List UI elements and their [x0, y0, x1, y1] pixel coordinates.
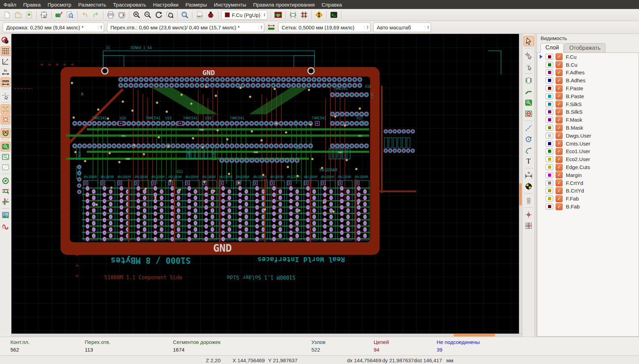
layer-visibility-checkbox[interactable]: ✓ — [556, 69, 563, 76]
via-size-select[interactable]: Перех.отв.: 0,60 мм (23,6 милс)/ 0,40 мм… — [107, 22, 264, 32]
tool-target-button[interactable] — [523, 181, 534, 192]
pcb-canvas[interactable]: J1DIN64_1_64GNDGNDAVCCGNDVCCVCCGNDGNDGND… — [11, 34, 522, 337]
menu-item-7[interactable]: Инструменты — [210, 1, 250, 9]
layer-visibility-checkbox[interactable]: ✓ — [556, 53, 563, 60]
layer-visibility-checkbox[interactable]: ✓ — [556, 132, 563, 139]
layer-color-button[interactable] — [546, 117, 553, 123]
high-contrast-button[interactable] — [1, 176, 10, 186]
tool-arc-button[interactable] — [523, 145, 534, 155]
python-console-button[interactable] — [329, 10, 339, 20]
menu-item-4[interactable]: Трассировать — [110, 1, 150, 9]
menu-item-1[interactable]: Правка — [20, 1, 44, 9]
sketch-tracks-button[interactable] — [1, 186, 10, 196]
layer-row-F.Paste[interactable]: ✓F.Paste — [537, 84, 639, 92]
sketch-pads-button[interactable] — [1, 197, 10, 206]
auto-track-del-button[interactable] — [1, 128, 10, 138]
grid-visible-button[interactable] — [1, 46, 10, 56]
save-board-button[interactable] — [24, 10, 34, 20]
undo-button[interactable] — [80, 10, 90, 20]
layer-visibility-checkbox[interactable]: ✓ — [556, 203, 563, 210]
layer-row-F.Mask[interactable]: ✓F.Mask — [537, 116, 639, 124]
layer-color-button[interactable] — [546, 172, 553, 178]
cursor-shape-button[interactable] — [1, 91, 10, 101]
layer-selector[interactable]: F.Cu (PgUp)▲▼ — [221, 10, 267, 20]
units-mm-button[interactable]: mm — [1, 77, 10, 87]
zoom-redraw-button[interactable] — [154, 10, 164, 20]
layer-visibility-checkbox[interactable]: ✓ — [556, 124, 563, 131]
scrollbar-thumb[interactable] — [519, 183, 522, 205]
tool-highlight-button[interactable] — [523, 50, 534, 60]
layer-visibility-checkbox[interactable]: ✓ — [556, 93, 563, 100]
layer-row-B.SilkS[interactable]: ✓B.SilkS — [537, 108, 639, 116]
layer-visibility-checkbox[interactable]: ✓ — [556, 109, 563, 115]
layer-color-button[interactable] — [546, 148, 553, 154]
tool-circle-button[interactable] — [523, 134, 534, 144]
layer-row-F.CrtYd[interactable]: ✓F.CrtYd — [537, 179, 639, 187]
tool-keepout-button[interactable] — [523, 109, 534, 119]
ratsnest-switch-button[interactable] — [314, 10, 324, 20]
polar-coords-button[interactable] — [1, 57, 10, 66]
tool-track-button[interactable] — [523, 86, 534, 97]
layer-color-button[interactable] — [546, 77, 553, 83]
layer-row-Cmts.User[interactable]: ✓Cmts.User — [537, 140, 639, 148]
layer-color-button[interactable] — [546, 54, 553, 60]
library-browser-button[interactable] — [65, 10, 75, 20]
layer-row-F.Adhes[interactable]: ✓F.Adhes — [537, 69, 639, 77]
plot-button[interactable] — [117, 10, 127, 20]
layer-color-button[interactable] — [546, 196, 553, 202]
menu-item-0[interactable]: Файл — [0, 1, 20, 9]
menu-item-6[interactable]: Размеры — [182, 1, 210, 9]
layer-color-button[interactable] — [546, 69, 553, 75]
layer-color-button[interactable] — [546, 180, 553, 186]
page-settings-button[interactable] — [39, 10, 49, 20]
menu-item-5[interactable]: Настройки — [149, 1, 182, 9]
grid-size-select[interactable]: Сетка: 0,5000 мм (19,69 милс) ▲▼ — [278, 22, 371, 32]
tool-grid-origin-button[interactable] — [523, 221, 534, 231]
layer-color-button[interactable] — [546, 62, 553, 68]
footprint-editor-button[interactable] — [54, 10, 64, 20]
open-board-button[interactable] — [13, 10, 23, 20]
layer-color-button[interactable] — [546, 164, 553, 170]
zoom-fit-button[interactable] — [165, 10, 175, 20]
menu-item-9[interactable]: Справка — [318, 1, 346, 9]
menu-item-8[interactable]: Правила проектирования — [250, 1, 318, 9]
layer-color-button[interactable] — [546, 156, 553, 162]
drc-off-button[interactable] — [1, 36, 10, 46]
layer-visibility-checkbox[interactable]: ✓ — [556, 77, 563, 84]
canvas-horizontal-scrollbar[interactable] — [11, 334, 523, 337]
layer-row-B.Cu[interactable]: ✓B.Cu — [537, 61, 639, 69]
redo-button[interactable] — [91, 10, 101, 20]
zones-outline-button[interactable] — [1, 152, 10, 162]
ratsnest-module-button[interactable] — [1, 115, 10, 124]
layer-visibility-checkbox[interactable]: ✓ — [556, 179, 563, 186]
mode-module-button[interactable] — [288, 10, 298, 20]
tool-footprint-button[interactable] — [523, 75, 534, 86]
zones-nofill-button[interactable] — [1, 162, 10, 172]
layer-visibility-checkbox[interactable]: ✓ — [556, 101, 563, 108]
tab-layers[interactable]: Слой — [540, 43, 564, 53]
menu-item-2[interactable]: Просмотр — [44, 1, 75, 9]
layer-color-button[interactable] — [546, 133, 553, 139]
tool-dimension-button[interactable]: N — [523, 170, 534, 180]
layer-row-Margin[interactable]: ✓Margin — [537, 171, 639, 179]
layer-row-B.Fab[interactable]: ✓B.Fab — [537, 203, 639, 211]
layer-color-button[interactable] — [546, 93, 553, 99]
layer-visibility-checkbox[interactable]: ✓ — [556, 140, 563, 147]
tool-local-rats-button[interactable] — [523, 61, 534, 72]
layer-row-B.Paste[interactable]: ✓B.Paste — [537, 92, 639, 100]
track-width-select[interactable]: Дорожка: 0,250 мм (9,84 милс) * ▲▼ — [3, 22, 104, 32]
zoom-in-button[interactable] — [131, 10, 142, 20]
menu-item-3[interactable]: Разместить — [75, 1, 110, 9]
layers-manager-button[interactable] — [1, 210, 10, 220]
microwave-button[interactable] — [1, 221, 10, 230]
layer-visibility-checkbox[interactable]: ✓ — [556, 156, 563, 163]
layer-row-F.Fab[interactable]: ✓F.Fab — [537, 195, 639, 203]
canvas-vertical-scrollbar[interactable] — [519, 34, 522, 334]
layer-row-Eco1.User[interactable]: ✓Eco1.User — [537, 148, 639, 156]
layer-row-Edge.Cuts[interactable]: ✓Edge.Cuts — [537, 163, 639, 171]
tool-delete-button[interactable] — [523, 195, 534, 206]
layer-visibility-checkbox[interactable]: ✓ — [556, 195, 563, 202]
find-button[interactable] — [180, 10, 190, 20]
layer-color-button[interactable] — [546, 141, 553, 147]
mode-track-button[interactable] — [299, 10, 309, 20]
